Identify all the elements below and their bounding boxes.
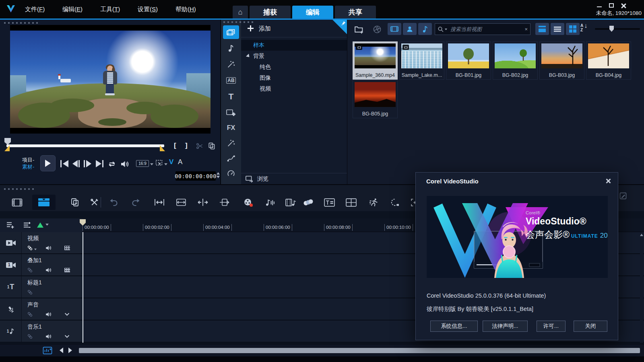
loop-playback-icon[interactable] <box>107 159 117 169</box>
track-header[interactable]: 音乐1 <box>22 321 82 342</box>
search-box[interactable]: × <box>435 23 530 35</box>
tab-edit[interactable]: 编辑 <box>292 6 333 19</box>
speed-icon[interactable] <box>223 167 239 181</box>
enlarge-preview-icon[interactable] <box>208 142 216 150</box>
select-tool-dropdown-icon[interactable] <box>164 163 167 165</box>
menu-help[interactable]: 帮助(H) <box>175 6 196 13</box>
menu-settings[interactable]: 设置(S) <box>138 6 158 13</box>
title-icon[interactable]: T <box>223 90 239 103</box>
overlay-icon[interactable] <box>223 106 239 119</box>
sticker-icon[interactable] <box>223 136 239 150</box>
sort-icon[interactable]: AZ ↓ <box>580 23 587 32</box>
overlay-track-icon[interactable]: 1 <box>0 254 22 276</box>
link-icon[interactable] <box>27 289 33 296</box>
view-list-icon[interactable] <box>551 23 564 35</box>
search-input[interactable] <box>450 26 524 33</box>
voice-track-icon[interactable] <box>0 298 22 320</box>
link-icon[interactable] <box>27 311 33 318</box>
preview-video[interactable] <box>10 25 211 134</box>
link-icon[interactable] <box>27 333 33 340</box>
track-transparency-icon[interactable] <box>64 268 70 272</box>
add-remove-track-icon[interactable] <box>23 220 32 230</box>
media-icon[interactable] <box>223 25 239 39</box>
select-tool-icon[interactable] <box>155 158 163 167</box>
media-item[interactable]: Sample_360.mp4 <box>353 41 398 80</box>
media-item[interactable]: BG-B04.jpg <box>586 41 631 80</box>
mark-out-button[interactable]: ] <box>185 142 188 150</box>
redo-icon[interactable] <box>128 195 144 210</box>
close-button[interactable] <box>621 3 626 8</box>
play-button[interactable] <box>40 155 56 171</box>
transition-icon[interactable]: AB <box>223 74 239 87</box>
menu-edit[interactable]: 编辑(E) <box>62 6 83 13</box>
track-header[interactable]: 声音 <box>22 298 82 320</box>
split-clip-icon[interactable] <box>196 142 204 150</box>
mute-track-icon[interactable] <box>45 267 52 274</box>
filter-photos-icon[interactable] <box>403 23 417 35</box>
search-clear-icon[interactable]: × <box>524 26 528 32</box>
storyboard-view-icon[interactable] <box>9 195 25 210</box>
media-item[interactable]: BG-B01.jpg <box>446 41 491 80</box>
motion-path-icon[interactable] <box>223 152 239 165</box>
paste-attributes-icon[interactable] <box>67 195 83 210</box>
audio-icon[interactable] <box>223 41 239 55</box>
aspect-dropdown-icon[interactable] <box>150 163 153 165</box>
system-info-button[interactable]: 系统信息... <box>430 321 478 332</box>
track-header[interactable]: 叠加1 <box>22 254 82 276</box>
music-track-icon[interactable]: 1 <box>0 321 22 342</box>
tree-item-sample[interactable]: 样本 <box>241 40 347 51</box>
scroll-left-icon[interactable] <box>60 348 63 353</box>
import-media-icon[interactable] <box>354 24 364 34</box>
filter-videos-icon[interactable] <box>388 23 401 35</box>
undo-icon[interactable] <box>105 195 122 210</box>
dialog-close-icon[interactable] <box>605 178 611 184</box>
view-filmstrip-icon[interactable] <box>535 23 549 35</box>
track-header[interactable]: 视频 <box>22 232 82 253</box>
track-header[interactable]: 标题1 <box>22 276 82 298</box>
link-icon[interactable] <box>27 245 33 251</box>
chapter-marker-icon[interactable] <box>37 222 43 228</box>
media-item[interactable]: BG-B02.jpg <box>493 41 538 80</box>
split-screen-template-icon[interactable] <box>343 195 359 210</box>
add-header[interactable]: 添加 <box>241 20 347 37</box>
license-button[interactable]: 许可... <box>537 321 566 332</box>
tab-home[interactable]: ⌂ <box>233 6 248 19</box>
waveform-icon[interactable] <box>64 335 70 338</box>
track-transparency-icon[interactable] <box>64 246 70 250</box>
title-track-icon[interactable]: 1 T <box>0 276 22 298</box>
next-frame-button[interactable] <box>84 160 93 167</box>
subtitle-editor-icon[interactable] <box>321 195 337 210</box>
mode-clip-label[interactable]: 素材- <box>22 163 34 171</box>
mask-creator-icon[interactable] <box>386 195 402 210</box>
go-end-button[interactable] <box>96 160 105 167</box>
audio-mixer-icon[interactable] <box>262 195 278 210</box>
record-capture-icon[interactable] <box>240 195 256 210</box>
marker-dropdown-icon[interactable] <box>45 224 49 226</box>
tree-item-image[interactable]: 图像 <box>241 72 347 83</box>
scrub-marker[interactable] <box>4 138 11 145</box>
close-dialog-button[interactable]: 关闭 <box>574 321 607 332</box>
timecode-spinner[interactable] <box>217 172 220 178</box>
ripple-edit-icon[interactable] <box>195 195 211 210</box>
menu-file[interactable]: 文件(F) <box>25 6 45 13</box>
mute-track-icon[interactable] <box>45 245 52 251</box>
volume-icon[interactable] <box>120 159 130 169</box>
media-item[interactable]: Sample_Lake.m... <box>399 41 444 80</box>
minimize-button[interactable] <box>597 3 602 8</box>
tools-icon[interactable] <box>86 195 102 210</box>
link-icon[interactable] <box>27 267 33 274</box>
mute-track-icon[interactable] <box>45 311 52 318</box>
insert-mode-icon[interactable] <box>217 195 233 210</box>
tree-item-solid[interactable]: 纯色 <box>241 62 347 72</box>
waveform-icon[interactable] <box>64 313 70 316</box>
add-cue-icon[interactable] <box>43 347 52 354</box>
timeline-horizontal-scrollbar[interactable] <box>79 348 640 353</box>
menu-tools[interactable]: 工具(T) <box>100 6 120 13</box>
motion-tracking-icon[interactable] <box>365 195 382 210</box>
tree-item-video[interactable]: 视频 <box>241 83 347 94</box>
instant-project-icon[interactable] <box>223 58 239 71</box>
mute-track-icon[interactable] <box>45 333 52 340</box>
timeline-view-icon[interactable] <box>32 195 56 210</box>
link-dropdown-icon[interactable] <box>34 249 37 250</box>
aspect-ratio-button[interactable]: 16:9 <box>136 160 149 167</box>
